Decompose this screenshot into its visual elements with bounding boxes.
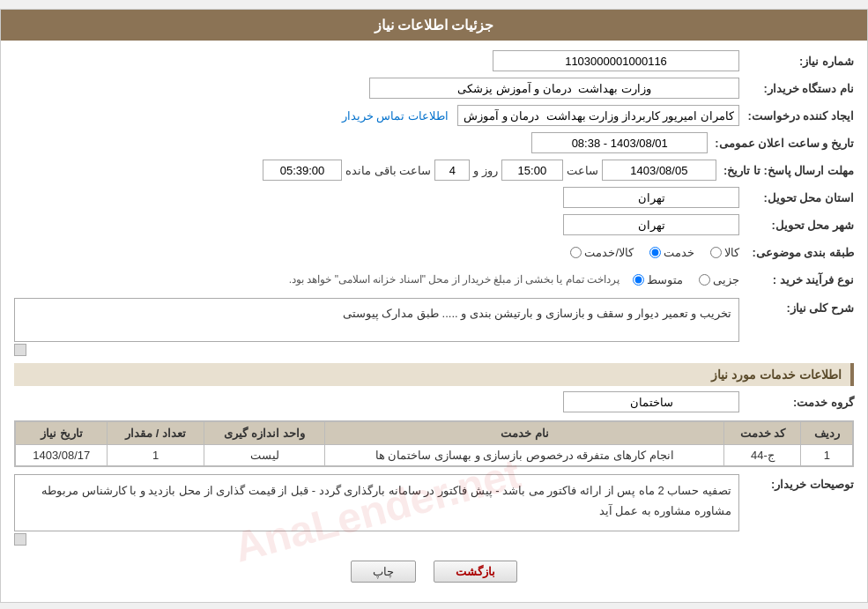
page-header: جزئیات اطلاعات نیاز	[1, 10, 867, 41]
deadline-days-label: روز و	[470, 164, 501, 177]
col-name: نام خدمت	[325, 422, 724, 445]
category-label: طبقه بندی موضوعی:	[739, 246, 854, 259]
buyer-notes-label: توصیحات خریدار:	[739, 474, 854, 491]
creator-row: ایجاد کننده درخواست: اطلاعات تماس خریدار	[14, 104, 854, 127]
buyer-notes-container: AnaLender.net تصفیه حساب 2 ماه پس از ارا…	[14, 474, 739, 546]
contact-link[interactable]: اطلاعات تماس خریدار	[342, 109, 449, 123]
page-wrapper: جزئیات اطلاعات نیاز شماره نیاز: نام دستگ…	[0, 9, 868, 603]
category-option-kala-khedmat: کالا/خدمت	[570, 246, 634, 259]
category-kala-label: کالا	[724, 246, 739, 259]
creator-label: ایجاد کننده درخواست:	[739, 109, 854, 123]
deadline-days-input[interactable]	[434, 160, 470, 181]
deadline-label: مهلت ارسال پاسخ: تا تاریخ:	[716, 164, 854, 177]
cell-count: 1	[108, 445, 204, 466]
col-count: تعداد / مقدار	[108, 422, 204, 445]
category-row: طبقه بندی موضوعی: کالا خدمت کالا/خدمت	[14, 241, 854, 264]
purchase-type-radio-group: جزیی متوسط	[633, 273, 739, 286]
buyer-org-input[interactable]	[369, 78, 739, 99]
deadline-remaining-input[interactable]	[263, 160, 342, 181]
page-title: جزئیات اطلاعات نیاز	[375, 18, 494, 33]
province-input[interactable]	[563, 187, 739, 208]
request-number-row: شماره نیاز:	[14, 49, 854, 72]
buyer-notes-resize-handle[interactable]	[14, 533, 26, 546]
category-kala-khedmat-radio[interactable]	[570, 247, 582, 258]
category-option-khedmat: خدمت	[649, 246, 694, 259]
deadline-row: مهلت ارسال پاسخ: تا تاریخ: ساعت روز و سا…	[14, 159, 854, 182]
category-radio-group: کالا خدمت کالا/خدمت	[570, 246, 739, 259]
deadline-remaining-label: ساعت باقی مانده	[342, 164, 434, 177]
purchase-jozei-radio[interactable]	[699, 274, 710, 286]
description-row: شرح کلی نیاز: تخریب و تعمیر دیوار و سقف …	[14, 298, 854, 356]
col-unit: واحد اندازه گیری	[204, 422, 325, 445]
services-table-wrapper: ردیف کد خدمت نام خدمت واحد اندازه گیری ت…	[14, 420, 854, 467]
city-input[interactable]	[563, 214, 739, 235]
table-row: 1 ج-44 انجام کارهای متفرقه درخصوص بازساز…	[16, 445, 853, 466]
content-area: شماره نیاز: نام دستگاه خریدار: ایجاد کنن…	[1, 41, 867, 602]
services-table: ردیف کد خدمت نام خدمت واحد اندازه گیری ت…	[15, 421, 853, 466]
cell-code: ج-44	[724, 445, 801, 466]
buyer-notes-text: تصفیه حساب 2 ماه پس از ارائه فاکتور می ب…	[14, 474, 739, 531]
category-kala-radio[interactable]	[710, 247, 722, 258]
category-khedmat-radio[interactable]	[649, 247, 661, 258]
announcement-date-input[interactable]	[531, 132, 708, 153]
buyer-org-label: نام دستگاه خریدار:	[739, 82, 854, 95]
city-label: شهر محل تحویل:	[739, 219, 854, 232]
cell-name: انجام کارهای متفرقه درخصوص بازسازی و بهس…	[325, 445, 724, 466]
announcement-date-label: تاریخ و ساعت اعلان عمومی:	[708, 137, 854, 150]
purchase-jozei: جزیی	[699, 273, 739, 286]
description-label: شرح کلی نیاز:	[739, 298, 854, 315]
description-text: تخریب و تعمیر دیوار و سقف و بازسازی و با…	[14, 298, 739, 342]
purchase-motavaset-label: متوسط	[647, 273, 683, 286]
deadline-date-input[interactable]	[602, 160, 716, 181]
province-label: استان محل تحویل:	[739, 191, 854, 204]
service-group-input[interactable]	[563, 391, 739, 412]
purchase-jozei-label: جزیی	[713, 273, 739, 286]
buyer-notes-row: توصیحات خریدار: AnaLender.net تصفیه حساب…	[14, 474, 854, 546]
col-date: تاریخ نیاز	[16, 422, 108, 445]
buyer-org-row: نام دستگاه خریدار:	[14, 77, 854, 100]
description-container: تخریب و تعمیر دیوار و سقف و بازسازی و با…	[14, 298, 739, 356]
city-row: شهر محل تحویل:	[14, 213, 854, 236]
purchase-motavaset-radio[interactable]	[633, 274, 644, 286]
category-kala-khedmat-label: کالا/خدمت	[584, 246, 634, 259]
deadline-time-label: ساعت	[563, 164, 602, 177]
province-row: استان محل تحویل:	[14, 186, 854, 209]
print-button[interactable]: چاپ	[351, 561, 416, 583]
cell-row: 1	[801, 445, 853, 466]
services-section-title: اطلاعات خدمات مورد نیاز	[14, 363, 854, 386]
purchase-type-row: نوع فرآیند خرید : جزیی متوسط پرداخت تمام…	[14, 268, 854, 291]
button-row: بازگشت چاپ	[14, 550, 854, 593]
cell-unit: لیست	[204, 445, 325, 466]
description-resize-handle[interactable]	[14, 344, 26, 356]
purchase-motavaset: متوسط	[633, 273, 683, 286]
purchase-type-label: نوع فرآیند خرید :	[739, 273, 854, 286]
back-button[interactable]: بازگشت	[434, 561, 517, 583]
category-option-kala: کالا	[710, 246, 739, 259]
service-group-label: گروه خدمت:	[739, 396, 854, 409]
table-header-row: ردیف کد خدمت نام خدمت واحد اندازه گیری ت…	[16, 422, 853, 445]
request-number-input[interactable]	[493, 50, 739, 71]
col-code: کد خدمت	[724, 422, 801, 445]
purchase-note: پرداخت تمام یا بخشی از مبلغ خریدار از مح…	[289, 273, 633, 286]
cell-date: 1403/08/17	[16, 445, 108, 466]
announcement-date-row: تاریخ و ساعت اعلان عمومی:	[14, 131, 854, 154]
creator-input[interactable]	[457, 105, 739, 126]
col-row: ردیف	[801, 422, 853, 445]
service-group-row: گروه خدمت:	[14, 390, 854, 413]
category-khedmat-label: خدمت	[664, 246, 694, 259]
request-number-label: شماره نیاز:	[739, 55, 854, 68]
deadline-time-input[interactable]	[501, 160, 563, 181]
